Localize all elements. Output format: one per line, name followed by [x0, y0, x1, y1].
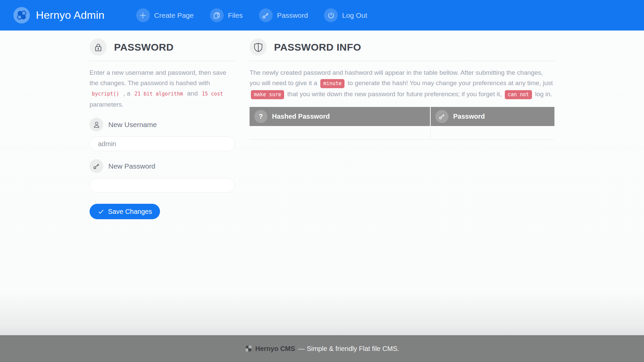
password-info-table: ? Hashed Password — [250, 107, 554, 139]
plus-icon — [136, 8, 150, 22]
key-icon — [259, 8, 273, 22]
nav-item-label: Log Out — [342, 11, 367, 19]
footer-brand: Hernyo CMS — [255, 345, 295, 353]
new-password-input[interactable] — [90, 178, 235, 193]
password-info-header: PASSWORD INFO — [250, 39, 554, 56]
question-icon: ? — [254, 110, 267, 123]
text-segment: bycript() — [90, 91, 121, 97]
nav-item-password[interactable]: Password — [259, 8, 308, 22]
key-icon — [435, 110, 448, 123]
key-icon — [90, 159, 103, 173]
column-header-label: Hashed Password — [272, 113, 330, 120]
lock-icon — [90, 39, 107, 56]
text-segment: can not — [505, 90, 532, 99]
check-icon — [98, 208, 104, 215]
table-row — [250, 126, 554, 139]
new-username-input[interactable] — [90, 136, 235, 151]
nav-item-files[interactable]: Files — [210, 8, 243, 22]
text-segment: log in. — [535, 90, 552, 98]
power-icon — [324, 8, 338, 22]
text-segment: make sure — [251, 90, 284, 99]
nav-item-label: Password — [277, 11, 308, 19]
password-info-description: The newly created password and hashword … — [250, 67, 554, 100]
hashed-password-cell — [250, 126, 430, 139]
save-changes-label: Save Changes — [108, 208, 152, 216]
user-icon — [90, 118, 103, 131]
nav-item-label: Create Page — [154, 11, 194, 19]
navbar: Hernyo Admin Create Page Files — [0, 0, 644, 31]
password-label-row: New Password — [90, 159, 235, 173]
nav-menu: Create Page Files Password — [136, 8, 367, 22]
shield-icon — [250, 39, 267, 56]
save-changes-button[interactable]: Save Changes — [90, 204, 160, 219]
footer: Hernyo CMS — Simple & friendly Flat file… — [0, 335, 644, 362]
nav-item-create-page[interactable]: Create Page — [136, 8, 194, 22]
text-segment: to generate the hash! You may change you… — [347, 79, 553, 86]
column-header-label: Password — [453, 113, 485, 120]
password-description: Enter a new username and password, then … — [90, 67, 235, 110]
password-info-section: PASSWORD INFO The newly created password… — [250, 39, 554, 219]
username-label-row: New Username — [90, 118, 235, 131]
text-segment: 15 cost — [200, 91, 225, 97]
divider — [90, 61, 235, 61]
main-content: PASSWORD Enter a new username and passwo… — [0, 31, 644, 335]
hernyo-logo-icon — [13, 7, 30, 23]
column-header-hashed-password: ? Hashed Password — [250, 107, 430, 126]
section-title: PASSWORD INFO — [274, 42, 361, 53]
text-segment: Enter a new username and password, then … — [90, 69, 226, 86]
text-segment: that you write down the new password for… — [287, 90, 503, 98]
password-section: PASSWORD Enter a new username and passwo… — [90, 39, 235, 219]
password-section-header: PASSWORD — [90, 39, 235, 56]
password-cell — [430, 126, 554, 139]
password-label: New Password — [108, 162, 155, 170]
divider — [250, 61, 554, 61]
text-segment: minute — [320, 79, 344, 88]
column-header-password: Password — [430, 107, 554, 126]
footer-tagline: — Simple & friendly Flat file CMS. — [298, 345, 399, 353]
brand-title: Hernyo Admin — [36, 9, 105, 21]
text-segment: 21 bit algorithm — [132, 91, 185, 97]
text-segment: parameters. — [90, 101, 123, 108]
files-icon — [210, 8, 224, 22]
username-label: New Username — [108, 121, 157, 129]
nav-item-label: Files — [228, 11, 243, 19]
text-segment: and — [187, 90, 200, 97]
text-segment: , a — [123, 90, 132, 97]
hernyo-logo-icon — [245, 345, 252, 352]
page-title: PASSWORD — [114, 42, 174, 53]
nav-item-log-out[interactable]: Log Out — [324, 8, 367, 22]
brand-home-link[interactable]: Hernyo Admin — [13, 7, 105, 23]
